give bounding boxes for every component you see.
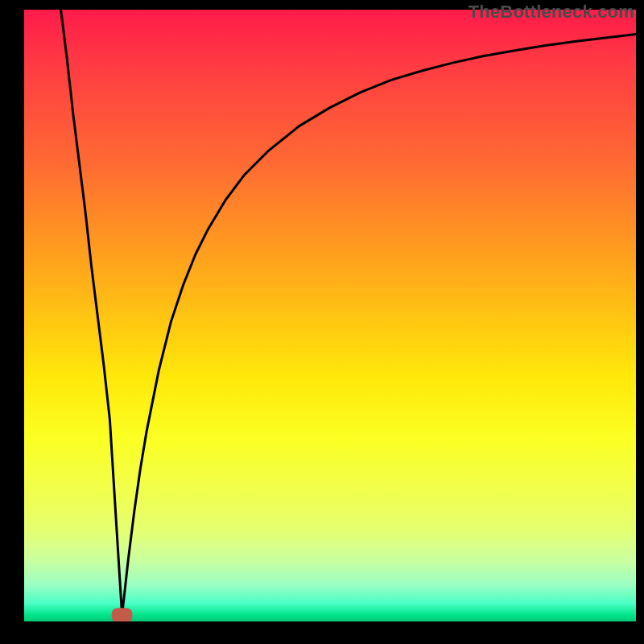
bottleneck-curve-canvas xyxy=(24,10,636,621)
watermark-text: TheBottleneck.com xyxy=(469,2,634,23)
chart-frame: TheBottleneck.com xyxy=(0,0,644,644)
plot-area xyxy=(24,10,636,621)
